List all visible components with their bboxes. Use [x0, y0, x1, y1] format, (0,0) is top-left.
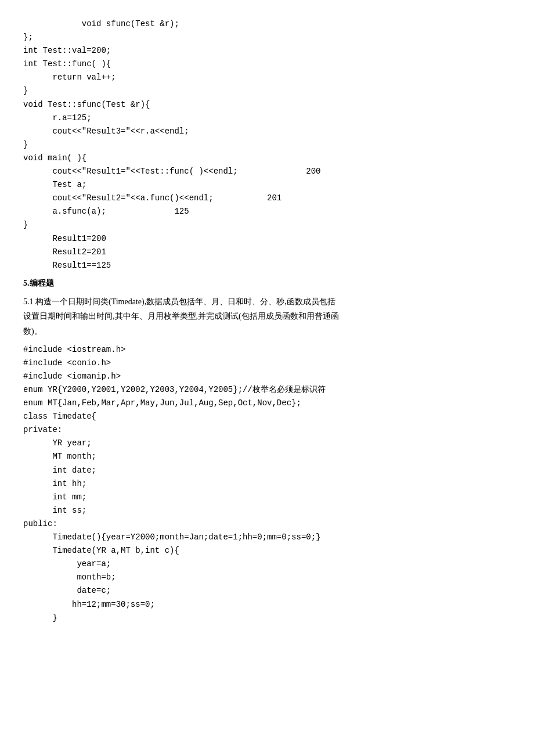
code-lines-1: void sfunc(Test &r); }; int Test::val=20…	[23, 17, 511, 232]
section-5-1-description: 5.1 构造一个日期时间类(Timedate),数据成员包括年、月、日和时、分、…	[23, 294, 511, 339]
page-content: void sfunc(Test &r); }; int Test::val=20…	[23, 17, 511, 625]
code-section-2: #include <iostream.h> #include <conio.h>…	[23, 343, 511, 625]
section-5-header: 5.编程题	[23, 277, 511, 290]
output-section: Result1=200 Result2=201 Result1==125	[23, 232, 511, 272]
section-5-1: 5.1 构造一个日期时间类(Timedate),数据成员包括年、月、日和时、分、…	[23, 294, 511, 339]
output-lines: Result1=200 Result2=201 Result1==125	[23, 232, 511, 272]
code-section-1: void sfunc(Test &r); }; int Test::val=20…	[23, 17, 511, 232]
section-5-title: 5.编程题	[23, 277, 511, 290]
code-lines-2: #include <iostream.h> #include <conio.h>…	[23, 343, 511, 625]
